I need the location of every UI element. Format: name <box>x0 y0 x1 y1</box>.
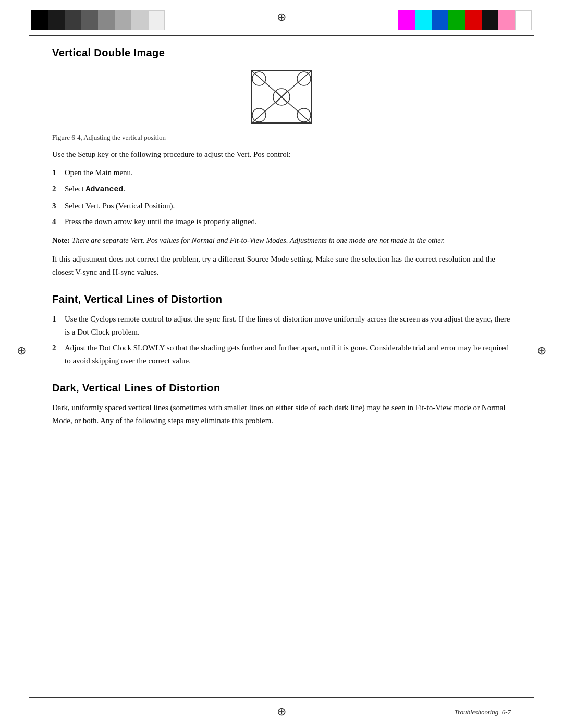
swatch-strip-left <box>31 10 165 30</box>
step-text: Select Advanced. <box>65 182 511 196</box>
swatch-red <box>465 10 482 30</box>
section3-text: Dark, uniformly spaced vertical lines (s… <box>52 401 511 427</box>
swatch-light2 <box>148 10 165 30</box>
step-text: Use the Cyclops remote control to adjust… <box>65 313 511 339</box>
step-num: 1 <box>52 166 65 179</box>
step-num: 2 <box>52 182 65 196</box>
step-text: Adjust the Dot Clock SLOWLY so that the … <box>65 341 511 367</box>
step-num: 3 <box>52 200 65 213</box>
section1-intro: Use the Setup key or the following proce… <box>52 148 511 161</box>
note-paragraph: Note: There are separate Vert. Pos value… <box>52 235 511 246</box>
top-crosshair-icon: ⊕ <box>277 10 286 24</box>
section1-steps: 1 Open the Main menu. 2 Select Advanced.… <box>52 166 511 228</box>
bottom-bar: ⊕ Troubleshooting 6-7 <box>0 692 563 728</box>
advanced-keyword: Advanced <box>85 185 123 194</box>
step-text: Open the Main menu. <box>65 166 511 179</box>
bottom-rule <box>29 697 534 698</box>
section2-heading: Faint, Vertical Lines of Distortion <box>52 293 511 305</box>
step-1-4: 4 Press the down arrow key until the ima… <box>52 215 511 228</box>
step-text: Select Vert. Pos (Vertical Position). <box>65 200 511 213</box>
footer-section: Troubleshooting <box>454 708 498 716</box>
swatch-light1 <box>131 10 148 30</box>
footer-text: Troubleshooting 6-7 <box>454 708 511 717</box>
swatch-green <box>448 10 465 30</box>
swatch-dark3 <box>81 10 98 30</box>
right-crosshair-icon: ⊕ <box>537 344 546 357</box>
top-rule <box>29 35 534 36</box>
right-rule <box>534 35 534 698</box>
swatch-dark2 <box>65 10 81 30</box>
bottom-crosshair-icon: ⊕ <box>277 705 286 719</box>
swatch-blue <box>432 10 448 30</box>
step-num: 4 <box>52 215 65 228</box>
swatch-dark1 <box>48 10 65 30</box>
step-1-3: 3 Select Vert. Pos (Vertical Position). <box>52 200 511 213</box>
section3-heading: Dark, Vertical Lines of Distortion <box>52 382 511 394</box>
section1-heading: Vertical Double Image <box>52 47 511 59</box>
step-num: 1 <box>52 313 65 339</box>
step-1-2: 2 Select Advanced. <box>52 182 511 196</box>
step-1-1: 1 Open the Main menu. <box>52 166 511 179</box>
left-rule <box>29 35 29 698</box>
main-content: Vertical Double Image Figure 6-4, Adjust… <box>0 47 563 474</box>
section2-steps: 1 Use the Cyclops remote control to adju… <box>52 313 511 367</box>
note-content: There are separate Vert. Pos values for … <box>70 236 445 244</box>
swatch-mid1 <box>98 10 115 30</box>
swatch-white <box>515 10 532 30</box>
note-label: Note: <box>52 236 70 244</box>
swatch-black <box>31 10 48 30</box>
swatch-pink <box>498 10 515 30</box>
step-2-2: 2 Adjust the Dot Clock SLOWLY so that th… <box>52 341 511 367</box>
swatch-strip-right <box>398 10 532 30</box>
figure-diagram <box>248 68 315 126</box>
section1-closing: If this adjustment does not correct the … <box>52 253 511 279</box>
swatch-magenta <box>398 10 415 30</box>
step-text: Press the down arrow key until the image… <box>65 215 511 228</box>
swatch-black2 <box>482 10 498 30</box>
footer-label: Troubleshooting 6-7 <box>454 708 511 716</box>
footer-page-num: 6-7 <box>502 708 511 716</box>
figure-caption: Figure 6-4, Adjusting the vertical posit… <box>52 132 511 143</box>
swatch-mid2 <box>115 10 131 30</box>
top-bar: ⊕ <box>0 0 563 36</box>
swatch-cyan <box>415 10 432 30</box>
figure-container <box>52 68 511 128</box>
step-2-1: 1 Use the Cyclops remote control to adju… <box>52 313 511 339</box>
left-crosshair-icon: ⊕ <box>17 344 26 357</box>
step-num: 2 <box>52 341 65 367</box>
